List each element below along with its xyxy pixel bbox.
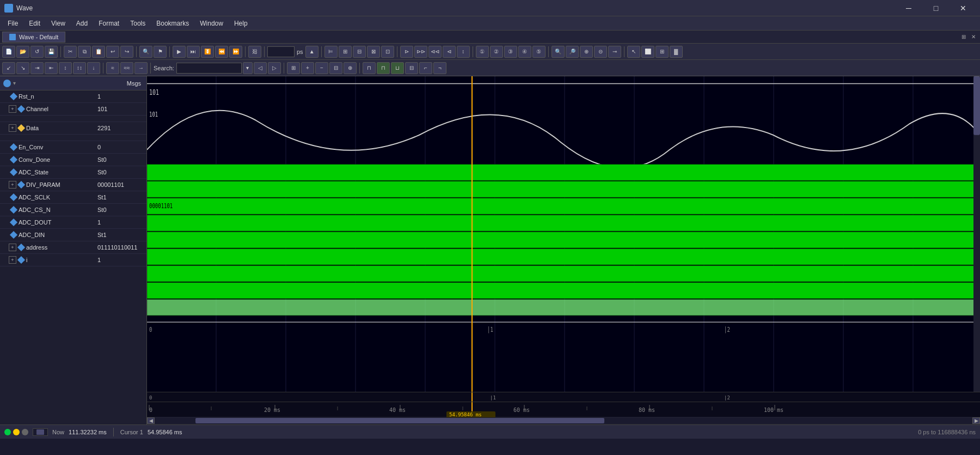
wave-shape-6-btn[interactable]: ¬ [433,62,446,74]
signal-row-address[interactable]: + address 011110110011 [0,241,146,254]
tb-wave3-btn[interactable]: ⊟ [353,46,366,58]
signal-row-adcdout[interactable]: ADC_DOUT 1 [0,216,146,229]
channel-expand[interactable]: + [9,105,16,113]
signal-row-rst[interactable]: Rst_n 1 [0,90,146,103]
menu-tools[interactable]: Tools [125,18,151,29]
close-button[interactable]: ✕ [951,0,976,16]
main-tab[interactable]: Wave - Default [2,32,65,43]
tb2-4-btn[interactable]: ⇤ [45,62,58,74]
tb2-6-btn[interactable]: ↕↕ [73,62,86,74]
tb-link-btn[interactable]: ⛓ [248,46,261,58]
tb-nav3-btn[interactable]: ⊲⊲ [428,46,442,58]
wave-shape-3-btn[interactable]: ⊔ [391,62,404,74]
menu-edit[interactable]: Edit [23,18,46,29]
tb2-3-btn[interactable]: ⇥ [30,62,44,74]
tb2-5-btn[interactable]: ↕ [59,62,72,74]
zoom-fit-btn[interactable]: ⊞ [287,62,300,74]
zoom-input[interactable]: 100 [267,46,295,57]
tb-zoom-box-btn[interactable]: ⊞ [656,46,669,58]
tb-save-btn[interactable]: 💾 [45,46,58,58]
tb-sim4-btn[interactable]: ⏪ [215,46,228,58]
signal-row-data[interactable]: + Data 2291 [0,122,146,135]
tb-c5-btn[interactable]: ⑤ [532,46,546,58]
tb-paste-btn[interactable]: 📋 [92,46,105,58]
tb-c2-btn[interactable]: ② [490,46,503,58]
tb-new-btn[interactable]: 📄 [2,46,15,58]
tb-view3-btn[interactable]: ⊕ [580,46,593,58]
divparam-expand[interactable]: + [9,181,16,189]
wave-shape-5-btn[interactable]: ⌐ [419,62,432,74]
tb-sim1-btn[interactable]: ▶ [173,46,186,58]
data-expand[interactable]: + [9,124,16,132]
tb-view5-btn[interactable]: ⊸ [608,46,621,58]
tb-col-btn[interactable]: ▓ [670,46,683,58]
zoom-in-btn[interactable]: + [301,62,314,74]
zoom-cursor-btn[interactable]: ⊕ [344,62,357,74]
menu-window[interactable]: Window [194,18,229,29]
search-input[interactable] [176,63,242,74]
signal-row-divparam[interactable]: + DIV_PARAM 00001101 [0,179,146,191]
scroll-thumb[interactable] [195,418,604,423]
tb2-2-btn[interactable]: ↘ [16,62,29,74]
menu-file[interactable]: File [2,18,23,29]
tb-find-btn[interactable]: 🔍 [139,46,152,58]
tb-nav5-btn[interactable]: ↕ [457,46,470,58]
tb-view2-btn[interactable]: 🔎 [566,46,579,58]
tb-undo-btn[interactable]: ↩ [106,46,119,58]
tb-nav1-btn[interactable]: ⊳ [400,46,413,58]
search-dropdown-btn[interactable]: ▾ [243,62,253,74]
tb-wave5-btn[interactable]: ⊡ [381,46,394,58]
menu-view[interactable]: View [46,18,71,29]
signal-row-adccsn[interactable]: ADC_CS_N St0 [0,204,146,216]
menu-bookmarks[interactable]: Bookmarks [151,18,194,29]
tb-nav2-btn[interactable]: ⊳⊳ [414,46,427,58]
menu-help[interactable]: Help [229,18,253,29]
tb-zoom-up-btn[interactable]: ▲ [305,46,318,58]
scroll-right-btn[interactable]: ▶ [972,417,980,424]
scroll-track[interactable] [155,418,972,423]
tb-sim5-btn[interactable]: ⏩ [229,46,242,58]
scroll-left-btn[interactable]: ◀ [147,417,155,424]
signal-row-adcdin[interactable]: ADC_DIN St1 [0,229,146,241]
tb-view1-btn[interactable]: 🔍 [552,46,565,58]
zoom-out-btn[interactable]: − [315,62,328,74]
tb-select-btn[interactable]: ⬜ [641,46,654,58]
tb-sim2-btn[interactable]: ⏭ [187,46,200,58]
search-prev-btn[interactable]: ◁ [254,62,267,74]
signal-row-enconv[interactable]: En_Conv 0 [0,141,146,154]
tb-c4-btn[interactable]: ④ [518,46,531,58]
tb2-7-btn[interactable]: ↓ [87,62,100,74]
wave-shape-4-btn[interactable]: ⊟ [405,62,418,74]
tb-open-btn[interactable]: 📂 [16,46,29,58]
signal-row-i[interactable]: + i 1 [0,254,146,266]
tb-wave4-btn[interactable]: ⊠ [367,46,380,58]
tb-copy-btn[interactable]: ⧉ [78,46,91,58]
tb-sim3-btn[interactable]: ⏬ [201,46,214,58]
address-expand[interactable]: + [9,244,16,251]
search-next-btn[interactable]: ▷ [268,62,281,74]
tb-wave1-btn[interactable]: ⊨ [324,46,338,58]
tb-c1-btn[interactable]: ① [476,46,489,58]
tab-close-button[interactable]: ✕ [969,33,978,41]
tb-view4-btn[interactable]: ⊝ [594,46,607,58]
tb-wave2-btn[interactable]: ⊞ [339,46,352,58]
wave-shape-2-btn[interactable]: ⊓ [377,62,390,74]
menu-add[interactable]: Add [71,18,93,29]
tb2-1-btn[interactable]: ↙ [2,62,15,74]
tb-cursor-btn[interactable]: ↖ [627,46,640,58]
maximize-button[interactable]: □ [923,0,948,16]
tb2-10-btn[interactable]: → [134,62,148,74]
h-scrollbar[interactable]: ◀ ▶ [147,417,980,424]
tb-nav4-btn[interactable]: ⊲ [443,46,456,58]
wave-canvas[interactable]: 101 101 00001101 [147,76,980,392]
signal-row-adcstate[interactable]: ADC_State St0 [0,166,146,179]
tb-c3-btn[interactable]: ③ [504,46,517,58]
tb-cut-btn[interactable]: ✂ [64,46,77,58]
zoom-full-btn[interactable]: ⊟ [329,62,342,74]
signal-row-channel[interactable]: + Channel 101 [0,103,146,116]
tab-restore-button[interactable]: ⊞ [959,33,968,41]
menu-format[interactable]: Format [93,18,125,29]
minimize-button[interactable]: ─ [896,0,921,16]
wave-shape-1-btn[interactable]: ⊓ [363,62,376,74]
tb-redo-btn[interactable]: ↪ [120,46,133,58]
